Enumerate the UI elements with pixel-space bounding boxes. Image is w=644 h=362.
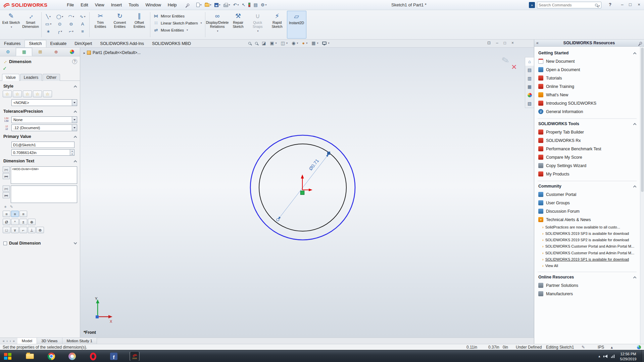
graphics-area[interactable]: ▸ Part1 (Default<<Default>... Ø0.71 ✎ ✕ … [80, 48, 534, 338]
fillet-tool-button[interactable]: ╭ [54, 28, 65, 35]
sketch-canvas[interactable]: Ø0.71 [80, 48, 534, 338]
next-tab-icon[interactable]: › [10, 339, 11, 343]
item-copy-settings-wizard[interactable]: Copy Settings Wizard [538, 161, 637, 170]
tab-evaluate[interactable]: Evaluate [46, 40, 71, 47]
line-tool-button[interactable]: ╲ [43, 13, 54, 20]
news-item-link[interactable]: ›SOLIDWORKS 2019 SP1 is available for do… [538, 256, 637, 262]
search-launcher-icon[interactable]: » [529, 2, 535, 8]
convert-entities-button[interactable]: ↻ Convert Entities [110, 11, 130, 39]
dropdown-button[interactable] [72, 117, 77, 123]
confirmation-corner-cancel-icon[interactable]: ✕ [511, 63, 517, 71]
item-tutorials[interactable]: Tutorials [538, 74, 637, 82]
configuration-manager-tab[interactable]: ⊞ [32, 48, 48, 56]
mirror-entities-button[interactable]: ⋈ Mirror Entities [153, 13, 202, 18]
plus-minus-symbol-button[interactable]: ± [19, 219, 27, 225]
taskbar-clock[interactable]: 12:56 PM 5/29/2019 [616, 352, 641, 362]
pin-pane-icon[interactable] [639, 41, 643, 45]
scrollbar-thumb[interactable] [641, 48, 644, 192]
arc-tool-button[interactable]: ◠ [65, 13, 77, 20]
tab-other[interactable]: Other [43, 74, 60, 81]
rectangle-tool-button[interactable]: ▭ [43, 20, 54, 28]
tolerance-section-header[interactable]: Tolerance/Precision [0, 106, 80, 115]
add-parenthesis-button[interactable]: (xx) [3, 186, 10, 192]
doc-minimize-icon[interactable]: – [496, 41, 498, 45]
feature-manager-tab[interactable]: ⚙ [0, 48, 16, 56]
menu-insert[interactable]: Insert [108, 1, 126, 9]
countersink-symbol-button[interactable]: ∨ [11, 227, 19, 233]
apply-default-style-button[interactable]: ☆ [3, 91, 12, 97]
display-delete-relations-button[interactable]: ∞ Display/Delete Relations [206, 11, 229, 39]
repair-sketch-button[interactable]: ⚒ Repair Sketch [229, 11, 248, 39]
search-icon[interactable] [595, 4, 598, 6]
dual-dimension-checkbox[interactable] [3, 242, 7, 245]
dimension-text-section-header[interactable]: Dimension Text [0, 156, 80, 165]
offset-text-icon[interactable]: ✎ [9, 205, 14, 209]
text-tool-button[interactable]: A [77, 20, 88, 28]
item-performance-benchmark[interactable]: Performance Benchmark Test [538, 145, 637, 153]
item-customer-portal[interactable]: Customer Portal [538, 190, 637, 199]
dimension-value-stepper[interactable]: ▲ ▼ [11, 149, 75, 156]
news-item[interactable]: ›SOLIDWORKS Customer Portal and Admin Po… [538, 243, 637, 250]
item-property-tab-builder[interactable]: Property Tab Builder [538, 128, 637, 136]
depth-symbol-button[interactable]: ⊥ [28, 227, 36, 233]
dropdown-button[interactable] [72, 100, 77, 106]
resources-tab[interactable]: ⌂ [525, 57, 534, 66]
menu-pin-icon[interactable] [186, 3, 190, 7]
undo-button[interactable]: ↶ [232, 1, 240, 9]
menu-tools[interactable]: Tools [125, 1, 142, 9]
remove-parenthesis-button[interactable]: (xx) [3, 192, 10, 198]
trim-entities-button[interactable]: ✂ Trim Entities [91, 11, 110, 39]
dropdown-button[interactable] [72, 125, 77, 131]
menu-window[interactable]: Window [142, 1, 164, 9]
first-tab-icon[interactable]: « [3, 339, 5, 343]
item-compare-my-score[interactable]: Compare My Score [538, 153, 637, 161]
tab-solidworks-addins[interactable]: SOLIDWORKS Add-Ins [96, 40, 148, 47]
window-minimize-button[interactable]: – [618, 2, 626, 7]
dimension-handle[interactable] [327, 152, 330, 155]
item-partner-solutions[interactable]: Partner Solutions [538, 281, 637, 290]
zoom-fit-button[interactable] [248, 42, 251, 45]
move-entities-button[interactable]: ⇄ Move Entities [153, 28, 202, 33]
tab-3d-views[interactable]: 3D Views [37, 338, 62, 344]
menu-edit[interactable]: Edit [77, 1, 91, 9]
help-icon[interactable]: ? [72, 59, 77, 64]
section-view-button[interactable]: ◪ [262, 41, 266, 46]
volume-icon[interactable] [605, 355, 607, 358]
appearances-tab[interactable] [525, 91, 534, 99]
view-settings-button[interactable] [322, 42, 329, 45]
doc-close-icon[interactable]: × [511, 41, 514, 45]
prev-tab-icon[interactable]: ‹ [7, 339, 8, 343]
sheet-properties-button[interactable]: ▤ [252, 1, 258, 9]
rapid-sketch-button[interactable]: ⚡ Rapid Sketch [267, 11, 287, 39]
spin-up-icon[interactable]: ▲ [70, 150, 74, 153]
options-button[interactable]: ⚙ [260, 1, 268, 9]
zoom-area-button[interactable] [255, 42, 258, 45]
item-open-document[interactable]: Open a Document [538, 65, 637, 74]
last-tab-icon[interactable]: » [13, 339, 15, 343]
diameter-symbol-button[interactable]: Ø [3, 219, 10, 225]
edit-appearance-button[interactable]: ● [302, 41, 307, 46]
network-icon[interactable] [611, 355, 615, 358]
item-online-training[interactable]: Online Training [538, 82, 637, 91]
item-user-groups[interactable]: User Groups [538, 199, 637, 207]
hatch-tool-button[interactable]: ≡ [77, 28, 88, 35]
justify-left-button[interactable]: ≡ [3, 211, 10, 217]
spline-tool-button[interactable]: ∿ [77, 13, 88, 20]
search-input[interactable] [539, 3, 595, 7]
doc-restore-icon[interactable]: ⊡ [487, 41, 491, 45]
tab-leaders[interactable]: Leaders [20, 74, 42, 81]
menu-help[interactable]: Help [164, 1, 180, 9]
linear-sketch-pattern-button[interactable]: ∷ Linear Sketch Pattern [153, 20, 202, 25]
update-style-button[interactable]: ☆ [23, 91, 32, 97]
file-explorer-tab[interactable]: ▥ [525, 74, 534, 83]
window-close-button[interactable]: × [635, 2, 643, 7]
facebook-taskbar-button[interactable]: f [109, 352, 119, 361]
save-button[interactable] [213, 1, 221, 9]
dual-dimension-section-header[interactable]: Dual Dimension [0, 238, 80, 247]
item-manufacturers[interactable]: Manufacturers [538, 290, 637, 298]
3dexperience-status-icon[interactable] [637, 345, 641, 349]
property-manager-tab[interactable]: ▦ [16, 48, 32, 56]
tray-expand-icon[interactable]: ▲ [598, 355, 601, 358]
display-manager-tab[interactable] [64, 48, 80, 56]
slot-tool-button[interactable]: ⊙ [54, 20, 65, 28]
